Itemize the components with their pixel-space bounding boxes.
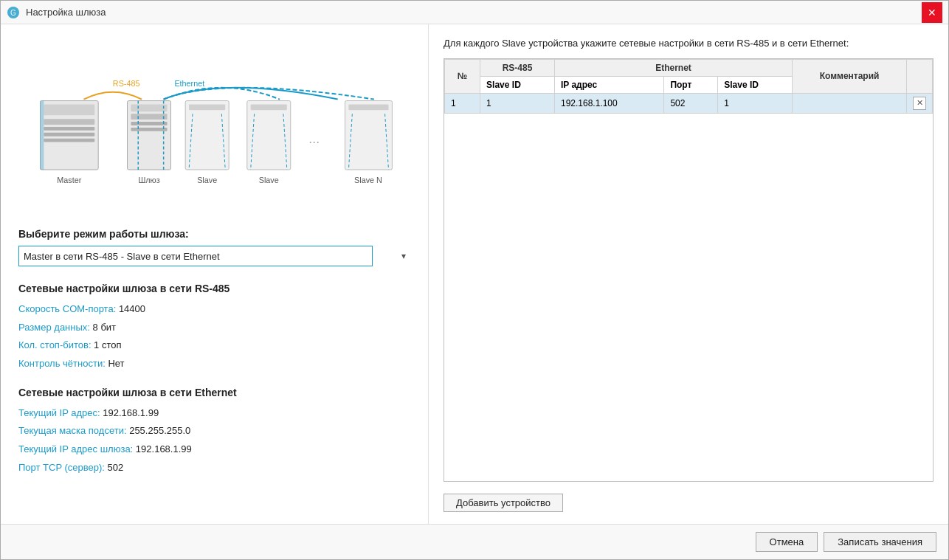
title-bar: G Настройка шлюза ✕ <box>1 1 948 24</box>
mode-section-title: Выберите режим работы шлюза: <box>18 228 410 240</box>
col-eth-slave-id: Slave ID <box>718 76 793 93</box>
ethernet-value-0: 192.168.1.99 <box>103 407 159 418</box>
window-title: Настройка шлюза <box>26 7 106 18</box>
svg-rect-13 <box>131 122 167 125</box>
device-table: № RS-485 Ethernet Комментарий Slave ID I… <box>444 59 933 114</box>
svg-rect-30 <box>348 104 388 110</box>
svg-text:Master: Master <box>57 176 81 184</box>
svg-rect-8 <box>41 101 44 170</box>
svg-rect-7 <box>44 139 94 142</box>
mode-dropdown[interactable]: Master в сети RS-485 - Slave в сети Ethe… <box>18 246 373 266</box>
ethernet-label-3: Порт TCP (сервер): <box>18 462 108 473</box>
ethernet-field-1: Текущая маска подсети: 255.255.255.0 <box>18 422 410 440</box>
rs485-label-0: Скорость COM-порта: <box>18 303 119 314</box>
left-panel: RS-485 Ethernet <box>1 24 429 524</box>
rs485-section-title: Сетевые настройки шлюза в сети RS-485 <box>18 283 410 294</box>
rs485-label: RS-485 <box>113 79 140 88</box>
add-device-section: Добавить устройство <box>444 488 934 512</box>
mode-section: Выберите режим работы шлюза: Master в се… <box>18 228 410 266</box>
add-device-button[interactable]: Добавить устройство <box>444 494 563 512</box>
right-panel: Для каждого Slave устройства укажите сет… <box>429 24 948 524</box>
svg-rect-18 <box>185 101 229 170</box>
rs485-field-3: Контроль чётности: Нет <box>18 355 410 373</box>
ethernet-network-section: Сетевые настройки шлюза в сети Ethernet … <box>18 387 410 477</box>
ethernet-field-0: Текущий IP адрес: 192.168.1.99 <box>18 404 410 423</box>
app-icon: G <box>7 6 20 19</box>
svg-text:Slave N: Slave N <box>354 176 382 184</box>
svg-rect-24 <box>251 104 287 110</box>
ethernet-field-3: Порт TCP (сервер): 502 <box>18 459 410 477</box>
rs485-value-3: Нет <box>108 358 124 369</box>
svg-rect-11 <box>131 104 167 111</box>
main-window: G Настройка шлюза ✕ RS-485 Ethernet <box>0 0 949 560</box>
svg-rect-3 <box>44 104 94 115</box>
ethernet-value-1: 255.255.255.0 <box>129 425 190 436</box>
svg-text:Slave: Slave <box>197 176 217 184</box>
rs485-label-2: Кол. стоп-битов: <box>18 339 94 350</box>
right-description: Для каждого Slave устройства укажите сет… <box>444 36 934 51</box>
footer: Отмена Записать значения <box>1 524 948 559</box>
svg-rect-5 <box>44 127 94 131</box>
title-bar-left: G Настройка шлюза <box>7 6 106 19</box>
rs485-info: Скорость COM-порта: 14400 Размер данных:… <box>18 300 410 373</box>
col-actions <box>907 59 933 93</box>
svg-rect-12 <box>131 114 167 120</box>
main-content: RS-485 Ethernet <box>1 24 948 524</box>
svg-text:Slave: Slave <box>259 176 279 184</box>
rs485-label-1: Размер данных: <box>18 322 93 333</box>
ethernet-value-3: 502 <box>108 462 124 473</box>
svg-rect-29 <box>345 101 393 170</box>
cell-rs485-slave-id: 1 <box>480 93 555 113</box>
col-rs485-slave-id: Slave ID <box>480 76 555 93</box>
diagram: RS-485 Ethernet <box>18 36 410 213</box>
svg-rect-19 <box>189 104 225 110</box>
rs485-value-0: 14400 <box>119 303 145 314</box>
ethernet-label-1: Текущая маска подсети: <box>18 425 129 436</box>
col-comment: Комментарий <box>793 59 907 93</box>
cell-comment <box>793 93 907 113</box>
diagram-svg: RS-485 Ethernet <box>18 36 410 213</box>
ethernet-info: Текущий IP адрес: 192.168.1.99 Текущая м… <box>18 404 410 477</box>
svg-text:Шлюз: Шлюз <box>138 176 159 184</box>
svg-rect-14 <box>131 128 167 131</box>
cell-eth-slave-id: 1 <box>718 93 793 113</box>
rs485-field-2: Кол. стоп-битов: 1 стоп <box>18 336 410 355</box>
svg-rect-23 <box>247 101 291 170</box>
cancel-button[interactable]: Отмена <box>756 532 818 552</box>
svg-text:...: ... <box>308 131 320 146</box>
ethernet-field-2: Текущий IP адрес шлюза: 192.168.1.99 <box>18 440 410 459</box>
svg-rect-4 <box>44 119 94 125</box>
cell-ip: 192.168.1.100 <box>554 93 663 113</box>
col-port: Порт <box>664 76 718 93</box>
table-row[interactable]: 1 1 192.168.1.100 502 1 ✕ <box>445 93 933 113</box>
ethernet-section-title: Сетевые настройки шлюза в сети Ethernet <box>18 387 410 398</box>
ethernet-value-2: 192.168.1.99 <box>136 443 192 454</box>
cell-port: 502 <box>664 93 718 113</box>
rs485-network-section: Сетевые настройки шлюза в сети RS-485 Ск… <box>18 283 410 373</box>
rs485-label-3: Контроль чётности: <box>18 358 108 369</box>
cell-delete[interactable]: ✕ <box>907 93 933 113</box>
rs485-value-2: 1 стоп <box>94 339 121 350</box>
cell-num: 1 <box>445 93 480 113</box>
delete-row-button[interactable]: ✕ <box>913 97 926 110</box>
ethernet-label: Ethernet <box>174 79 204 88</box>
mode-dropdown-container: Master в сети RS-485 - Slave в сети Ethe… <box>18 246 410 266</box>
save-button[interactable]: Записать значения <box>824 532 936 552</box>
col-ethernet: Ethernet <box>554 59 792 76</box>
rs485-field-0: Скорость COM-порта: 14400 <box>18 300 410 319</box>
col-ip: IP адрес <box>554 76 663 93</box>
table-header-row1: № RS-485 Ethernet Комментарий <box>445 59 933 76</box>
device-table-container[interactable]: № RS-485 Ethernet Комментарий Slave ID I… <box>444 58 934 483</box>
ethernet-label-0: Текущий IP адрес: <box>18 407 103 418</box>
col-num: № <box>445 59 480 93</box>
rs485-value-1: 8 бит <box>93 322 117 333</box>
rs485-field-1: Размер данных: 8 бит <box>18 319 410 337</box>
close-button[interactable]: ✕ <box>922 2 942 23</box>
svg-text:G: G <box>10 9 16 17</box>
svg-rect-6 <box>44 133 94 136</box>
ethernet-label-2: Текущий IP адрес шлюза: <box>18 443 136 454</box>
dropdown-arrow-icon: ▾ <box>401 251 406 261</box>
col-rs485: RS-485 <box>480 59 555 76</box>
